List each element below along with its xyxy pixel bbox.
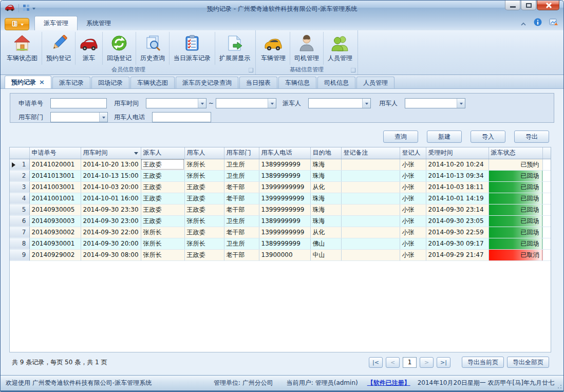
ribbon-button[interactable]: 人员管理 [324, 32, 356, 65]
cell[interactable]: 1389999999 [259, 170, 310, 181]
document-tab[interactable]: 派车记录 [52, 77, 90, 88]
cell[interactable]: 小张 [400, 170, 426, 181]
status-cell[interactable]: 已回场 [488, 204, 542, 215]
cell[interactable]: 张所长 [184, 215, 224, 227]
status-cell[interactable]: 已回场 [488, 227, 542, 238]
ribbon-button[interactable]: 预约登记 [42, 32, 76, 65]
cell[interactable]: 1389999999 [259, 159, 310, 170]
cell[interactable]: 小张 [400, 181, 426, 193]
cell[interactable]: 2014-09-30 09:17 [426, 238, 488, 249]
application-menu-button[interactable] [5, 18, 29, 30]
table-row[interactable]: 5201409300052014-09-30 23:30王政委王政委老干部139… [10, 204, 551, 215]
close-button[interactable] [537, 1, 559, 10]
cell[interactable]: 13999999999 [259, 204, 310, 215]
cell[interactable]: 2014-09-30 08:00 [81, 249, 141, 260]
column-header[interactable]: 登记人 [400, 147, 426, 159]
minimize-button[interactable] [505, 1, 520, 10]
ribbon-button[interactable]: 扩展屏显示 [215, 32, 254, 65]
status-cell[interactable]: 已取消 [488, 249, 542, 260]
document-tab[interactable]: 人员管理 [356, 77, 394, 88]
cell[interactable]: 2014-09-30 23:30 [81, 204, 141, 215]
cell[interactable]: 13999999999 [259, 193, 310, 204]
cell[interactable]: 2014-10-01 14:19 [426, 193, 488, 204]
ribbon-tab[interactable]: 派车管理 [34, 16, 78, 30]
cell[interactable]: 13900000 [259, 249, 310, 260]
cell[interactable]: 珠海 [310, 215, 341, 227]
cell[interactable]: 老干部 [224, 181, 259, 193]
document-tab[interactable]: 派车历史记录查询 [176, 77, 238, 88]
column-header[interactable]: 用车部门 [224, 147, 259, 159]
cell[interactable] [341, 249, 400, 260]
cell[interactable]: 20140930005 [29, 204, 81, 215]
cell[interactable]: 20140929002 [29, 249, 81, 260]
ribbon-button[interactable]: 回场登记 [103, 32, 136, 65]
status-cell[interactable]: 已回场 [488, 170, 542, 181]
prev-page-button[interactable]: < [386, 357, 400, 368]
status-cell[interactable]: 已回场 [488, 238, 542, 249]
cell[interactable]: 2014-09-30 20:00 [81, 238, 141, 249]
cell[interactable]: 20141001001 [29, 193, 81, 204]
export-all-pages-button[interactable]: 导出全部页 [507, 357, 549, 368]
cell[interactable] [341, 204, 400, 215]
cell[interactable]: 2014-10-20 13:00 [81, 159, 141, 170]
cell[interactable]: 王政委 [184, 181, 224, 193]
phone-input[interactable] [152, 112, 211, 122]
combo-dropdown-icon[interactable] [362, 99, 370, 108]
cell[interactable] [341, 193, 400, 204]
cell[interactable]: 珠海 [310, 170, 341, 181]
ribbon-button[interactable]: 车辆状态图 [3, 32, 42, 65]
cell[interactable]: 老干部 [224, 193, 259, 204]
column-header-blank[interactable] [542, 147, 551, 159]
document-tab[interactable]: 回场记录 [91, 77, 129, 88]
cell[interactable] [341, 227, 400, 238]
dialog-launcher-icon[interactable] [249, 68, 253, 72]
cell[interactable]: 小张 [400, 159, 426, 170]
column-header[interactable]: 用车人 [184, 147, 224, 159]
table-row[interactable]: 3201410030012014-10-03 20:00王政委王政委老干部139… [10, 181, 551, 193]
cell[interactable]: 张所长 [141, 249, 184, 260]
dialog-launcher-icon[interactable] [351, 68, 355, 72]
cell[interactable]: 1389999999 [259, 238, 310, 249]
cell[interactable]: 2014-09-30 22:59 [426, 227, 488, 238]
cell[interactable]: 20140930003 [29, 215, 81, 227]
cell[interactable]: 2014-10-03 18:11 [426, 181, 488, 193]
table-row[interactable]: 2201410130012014-10-13 15:00王政委张所长卫生所138… [10, 170, 551, 181]
combo-dropdown-icon[interactable] [198, 99, 206, 108]
ribbon-button[interactable]: 车辆管理 [257, 32, 290, 65]
column-header[interactable]: 申请单号 [29, 147, 81, 159]
cell[interactable] [341, 181, 400, 193]
dispatcher-combo[interactable] [308, 98, 371, 108]
query-button[interactable]: 查询 [383, 130, 418, 143]
column-header[interactable]: 登记备注 [341, 147, 400, 159]
dept-combo[interactable] [50, 112, 108, 122]
cell[interactable]: 20140930002 [29, 227, 81, 238]
cell[interactable]: 珠海 [310, 204, 341, 215]
license-link[interactable]: 【软件已注册】 [367, 379, 410, 387]
first-page-button[interactable]: |< [369, 357, 383, 368]
table-row[interactable]: 7201409300022014-09-30 22:00张所长王政委老干部139… [10, 227, 551, 238]
column-header[interactable]: 用车时间 [81, 147, 141, 159]
cell[interactable]: 小张 [400, 227, 426, 238]
combo-dropdown-icon[interactable] [457, 99, 465, 108]
document-tab[interactable]: 预约记录× [5, 76, 51, 88]
status-cell[interactable]: 已回场 [488, 181, 542, 193]
cell[interactable]: 张所长 [141, 238, 184, 249]
cell[interactable]: 从化 [310, 227, 341, 238]
cell[interactable]: 王政委 [141, 215, 184, 227]
cell[interactable] [341, 159, 400, 170]
export-current-page-button[interactable]: 导出当前页 [462, 357, 504, 368]
cell[interactable]: 20141013001 [29, 170, 81, 181]
cell[interactable]: 从化 [310, 181, 341, 193]
cell[interactable]: 卫生所 [224, 238, 259, 249]
cell[interactable]: 2014-09-30 23:14 [426, 204, 488, 215]
cell[interactable]: 2014-09-30 23:05 [426, 215, 488, 227]
row-indicator[interactable]: 5 [10, 204, 29, 215]
last-page-button[interactable]: >| [437, 357, 450, 368]
row-indicator[interactable]: 7 [10, 227, 29, 238]
maximize-button[interactable] [521, 1, 536, 10]
column-header[interactable]: 派车人 [141, 147, 184, 159]
window-switch-icon[interactable] [549, 18, 558, 28]
document-tab[interactable]: 当日报表 [239, 77, 277, 88]
row-indicator[interactable]: 2 [10, 170, 29, 181]
cell[interactable]: 2014-09-29 21:47 [426, 249, 488, 260]
